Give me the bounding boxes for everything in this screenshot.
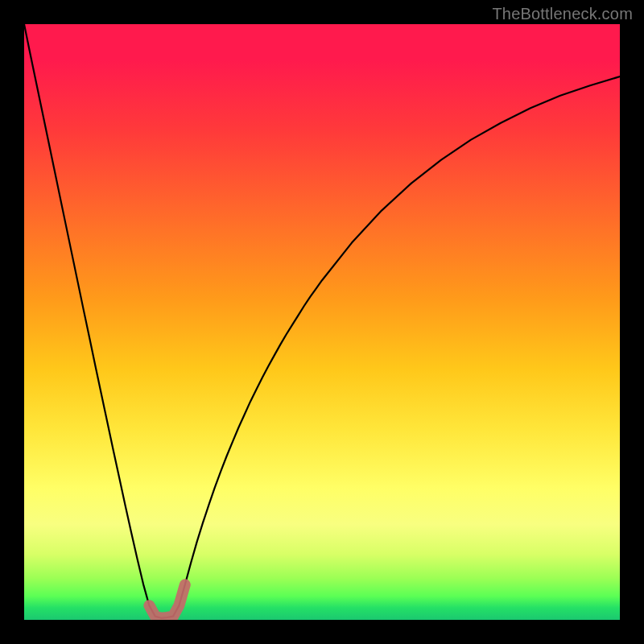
watermark-text: TheBottleneck.com	[492, 5, 633, 23]
bottleneck-curve	[24, 24, 620, 618]
bottleneck-curve-svg	[24, 24, 620, 620]
chart-plot-area	[24, 24, 620, 620]
chart-frame: TheBottleneck.com	[0, 0, 644, 644]
trough-marker	[149, 584, 184, 618]
